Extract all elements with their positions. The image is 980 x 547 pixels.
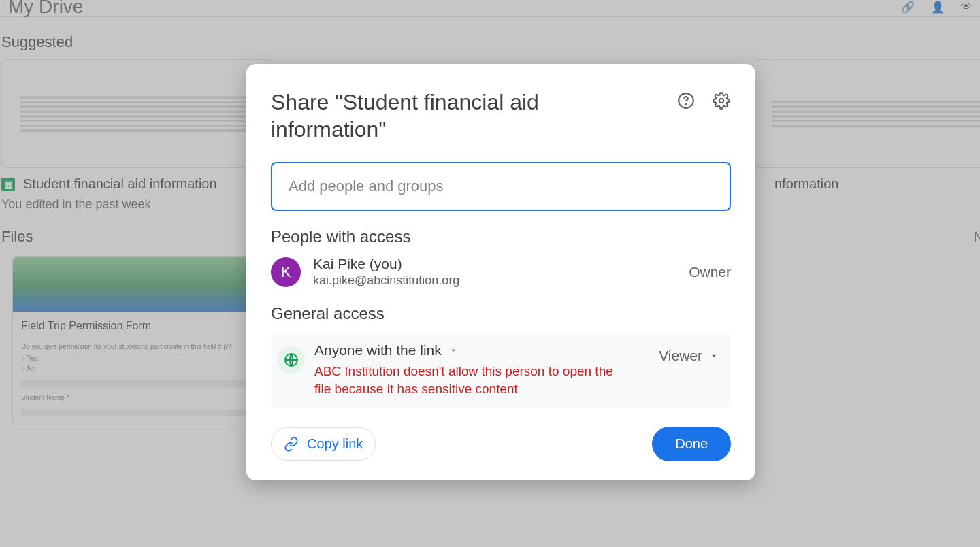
- general-access-heading: General access: [271, 304, 731, 323]
- svg-point-3: [719, 99, 724, 103]
- help-icon[interactable]: [676, 91, 696, 110]
- chevron-down-icon: [709, 351, 719, 361]
- dialog-title: Share "Student financial aid information…: [271, 88, 625, 143]
- add-people-input[interactable]: [271, 162, 731, 211]
- person-row: K Kai Pike (you) kai.pike@abcinstitution…: [271, 256, 731, 288]
- person-role: Owner: [689, 264, 731, 280]
- link-icon: [284, 437, 299, 452]
- share-dialog: Share "Student financial aid information…: [246, 64, 755, 480]
- copy-link-button[interactable]: Copy link: [271, 427, 376, 461]
- gear-icon[interactable]: [712, 91, 731, 110]
- permission-dropdown[interactable]: Viewer: [659, 348, 719, 364]
- access-scope-dropdown[interactable]: Anyone with the link: [314, 342, 659, 359]
- person-name: Kai Pike (you): [313, 256, 689, 272]
- svg-point-2: [685, 104, 687, 105]
- globe-icon: [278, 346, 305, 374]
- access-warning: ABC Institution doesn't allow this perso…: [314, 363, 627, 398]
- chevron-down-icon: [448, 346, 458, 355]
- people-with-access-heading: People with access: [271, 227, 731, 246]
- avatar: K: [271, 257, 301, 287]
- general-access-row: Anyone with the link ABC Institution doe…: [271, 333, 731, 408]
- person-email: kai.pike@abcinstitution.org: [313, 274, 689, 288]
- done-button[interactable]: Done: [652, 427, 731, 461]
